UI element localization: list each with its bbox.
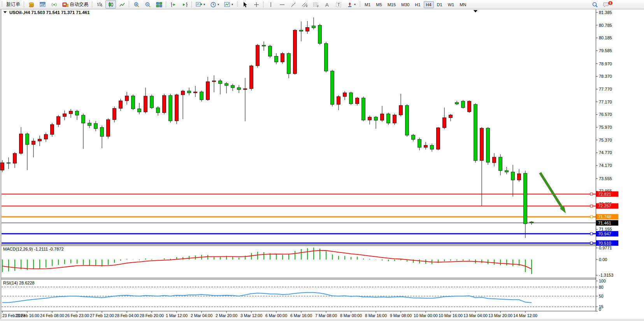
clock-icon xyxy=(210,1,216,8)
candle xyxy=(88,123,91,126)
bar-chart-type-button[interactable] xyxy=(94,0,105,9)
timeframe-button-MN[interactable]: MN xyxy=(457,1,469,8)
chart-shift-button[interactable] xyxy=(179,0,190,9)
hline-handle[interactable] xyxy=(590,193,593,195)
candle xyxy=(437,128,440,149)
candle xyxy=(368,117,372,120)
auto-trading-button[interactable]: 自动交易 xyxy=(60,0,90,9)
equidistant-channel-button[interactable]: E xyxy=(299,0,310,9)
dropdown-caret: ▾ xyxy=(204,3,205,6)
crosshair-button[interactable] xyxy=(251,0,261,9)
candle xyxy=(480,128,484,160)
candle xyxy=(57,116,60,125)
zoom-out-button[interactable] xyxy=(142,0,153,9)
candlestick-type-button[interactable] xyxy=(105,0,116,9)
candle xyxy=(511,172,515,180)
hline-handle[interactable] xyxy=(590,233,593,235)
auto-scroll-icon xyxy=(170,1,177,8)
timeframe-button-M1[interactable]: M1 xyxy=(362,1,373,8)
candle xyxy=(362,98,365,120)
auto-trading-label: 自动交易 xyxy=(70,1,88,8)
timeframe-button-H4[interactable]: H4 xyxy=(424,1,434,8)
candle xyxy=(169,95,172,121)
time-label: 23 Feb 16:00 xyxy=(15,313,39,318)
candle xyxy=(156,108,160,113)
toolbar-separator xyxy=(166,1,167,8)
time-label: 24 Feb 08:00 xyxy=(40,313,64,318)
macd-axis-label: 0.9771 xyxy=(599,246,612,250)
candle xyxy=(462,101,465,107)
templates-button[interactable]: ▾ xyxy=(222,0,235,9)
candle xyxy=(256,45,260,66)
timeframe-button-M15[interactable]: M15 xyxy=(385,1,398,8)
bar-chart-icon xyxy=(96,1,103,8)
toolbar-separator xyxy=(191,1,192,8)
rsi-axis-label: 100 xyxy=(599,279,606,283)
cursor-button[interactable] xyxy=(240,0,250,9)
rsi-axis-label: 0 xyxy=(599,307,601,312)
toolbar-separator xyxy=(129,1,130,8)
channel-icon: E xyxy=(301,1,308,8)
candle xyxy=(107,119,110,136)
time-label: 14 Mar 12:00 xyxy=(513,313,537,318)
fibo-letter: F xyxy=(317,5,319,8)
trendline-button[interactable] xyxy=(288,0,298,9)
text-button[interactable]: A xyxy=(322,0,332,9)
price-badge-label: 71.748 xyxy=(598,214,611,219)
price-badge-label: 72.257 xyxy=(598,203,611,208)
fibonacci-button[interactable]: F xyxy=(311,0,321,9)
search-button[interactable] xyxy=(590,0,600,9)
hline-handle[interactable] xyxy=(590,205,593,207)
chart-background xyxy=(0,9,644,321)
horizontal-line-button[interactable] xyxy=(277,0,287,9)
candle xyxy=(374,117,378,120)
notifications-button[interactable]: 1 xyxy=(601,0,611,9)
timeframe-button-M30[interactable]: M30 xyxy=(399,1,412,8)
arrows-icon xyxy=(346,1,353,8)
time-label: 8 Mar 00:00 xyxy=(340,313,362,318)
new-order-button[interactable]: 新订单 xyxy=(4,0,22,9)
candle xyxy=(293,30,297,74)
hline-handle[interactable] xyxy=(590,242,593,244)
gold-layers-button[interactable] xyxy=(26,0,37,9)
candle xyxy=(430,145,434,149)
zoom-in-button[interactable] xyxy=(131,0,142,9)
candle xyxy=(219,81,222,84)
price-tick-label: 74.170 xyxy=(599,163,612,168)
toolbar-separator xyxy=(263,1,264,8)
candle xyxy=(63,114,67,116)
candle xyxy=(381,114,384,120)
candle xyxy=(300,30,303,32)
time-label: 7 Mar 08:00 xyxy=(315,313,337,318)
signal-button[interactable] xyxy=(49,0,59,9)
chart-window-button[interactable] xyxy=(37,0,48,9)
timeframe-button-M5[interactable]: M5 xyxy=(374,1,384,8)
candle xyxy=(262,45,266,46)
candle xyxy=(518,174,521,180)
rsi-axis-label: 50 xyxy=(599,294,604,298)
candle xyxy=(237,88,241,89)
line-chart-icon xyxy=(119,1,125,8)
price-badge-label: 72.821 xyxy=(598,192,611,196)
toolbar-grip xyxy=(359,2,361,7)
candle xyxy=(206,82,210,100)
arrows-button[interactable]: ▾ xyxy=(344,0,358,9)
tile-windows-button[interactable] xyxy=(154,0,164,9)
line-chart-type-button[interactable] xyxy=(117,0,127,9)
vertical-line-button[interactable] xyxy=(265,0,276,9)
candle xyxy=(200,92,204,100)
candle xyxy=(474,104,477,160)
timeframe-button-W1[interactable]: W1 xyxy=(446,1,457,8)
auto-scroll-button[interactable] xyxy=(168,0,179,9)
hline-handle[interactable] xyxy=(590,216,593,218)
periods-button[interactable]: ▾ xyxy=(208,0,221,9)
indicators-button[interactable]: ▾ xyxy=(194,0,207,9)
new-order-label: 新订单 xyxy=(6,1,20,8)
timeframe-button-H1[interactable]: H1 xyxy=(412,1,423,8)
text-label-button[interactable]: T xyxy=(333,0,344,9)
candle xyxy=(412,135,415,139)
price-badge-label: 71.461 xyxy=(598,221,611,225)
chart-shift-icon xyxy=(181,1,188,8)
timeframe-button-D1[interactable]: D1 xyxy=(435,1,445,8)
candle xyxy=(331,71,334,105)
